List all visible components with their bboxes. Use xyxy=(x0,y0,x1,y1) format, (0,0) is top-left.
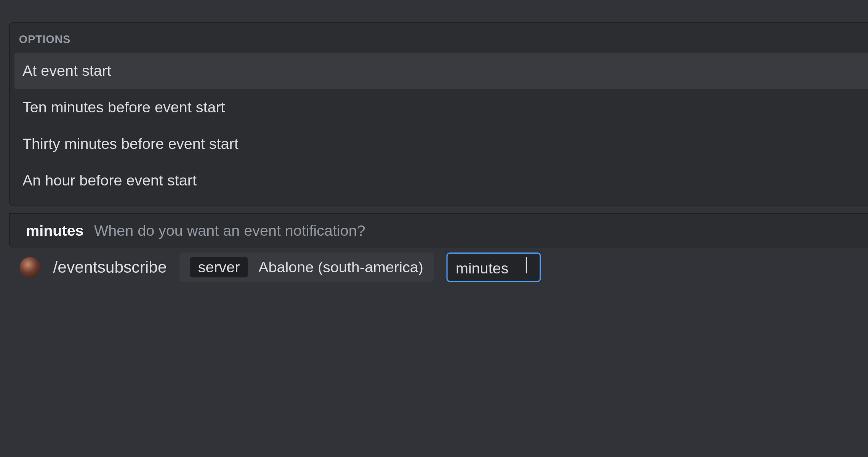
param-pill-server[interactable]: server Abalone (south-america) xyxy=(179,252,434,282)
message-input-row[interactable]: /eventsubscribe server Abalone (south-am… xyxy=(9,248,868,282)
text-caret xyxy=(526,257,527,273)
param-name-server: server xyxy=(190,257,248,277)
slash-command: /eventsubscribe xyxy=(53,258,167,276)
option-list: At event start Ten minutes before event … xyxy=(10,53,868,199)
param-value-server: Abalone (south-america) xyxy=(258,258,423,276)
option-one-hour[interactable]: An hour before event start xyxy=(14,162,868,199)
hint-param-description: When do you want an event notification? xyxy=(94,222,365,240)
param-name-minutes: minutes xyxy=(456,259,508,277)
option-at-event-start[interactable]: At event start xyxy=(14,53,868,89)
hint-param-name: minutes xyxy=(26,222,84,240)
param-pill-minutes[interactable]: minutes xyxy=(447,252,541,282)
autocomplete-popup: OPTIONS At event start Ten minutes befor… xyxy=(9,22,868,206)
popup-header: OPTIONS xyxy=(10,33,868,53)
avatar[interactable] xyxy=(19,257,40,278)
option-thirty-minutes[interactable]: Thirty minutes before event start xyxy=(14,126,868,162)
param-hint-bar: minutes When do you want an event notifi… xyxy=(9,213,868,248)
option-ten-minutes[interactable]: Ten minutes before event start xyxy=(14,89,868,126)
